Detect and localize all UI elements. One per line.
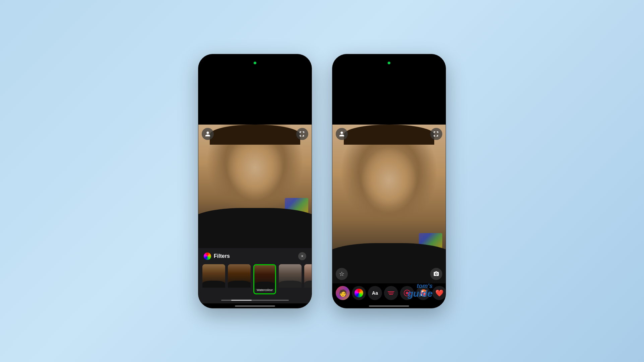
love-icon: ❤️ bbox=[435, 289, 444, 297]
video-area-right: ☆ bbox=[332, 125, 446, 283]
scroll-indicator-left bbox=[221, 300, 289, 301]
filter-thumb-img-1 bbox=[202, 264, 225, 288]
home-indicator-right bbox=[332, 303, 446, 308]
filter-thumb-img-3 bbox=[254, 265, 275, 289]
phones-container: Filters × bbox=[198, 54, 446, 308]
camera-switch-button-right[interactable] bbox=[430, 268, 442, 280]
clothing-right bbox=[332, 243, 446, 283]
minimize-button-right[interactable] bbox=[430, 128, 442, 140]
effects-button[interactable] bbox=[352, 286, 366, 300]
minimize-icon-left bbox=[299, 131, 305, 137]
filter-thumb-5[interactable] bbox=[304, 264, 312, 294]
color-wheel-icon bbox=[355, 289, 363, 297]
bitmoji-button[interactable]: 🧑 bbox=[336, 286, 350, 300]
person-button-left[interactable] bbox=[202, 128, 214, 140]
filter-thumb-label-5 bbox=[304, 288, 312, 294]
top-black-area-left bbox=[198, 54, 312, 125]
star-icon-right: ☆ bbox=[339, 270, 344, 278]
face-background-left bbox=[198, 125, 312, 248]
filter-thumb-img-5 bbox=[304, 264, 312, 288]
filters-title: Filters bbox=[214, 253, 298, 259]
filter-thumb-watercolour[interactable]: Watercolour bbox=[253, 264, 276, 294]
toms-guide-line2: guide bbox=[407, 289, 433, 298]
star-button-right[interactable]: ☆ bbox=[336, 268, 348, 280]
filter-thumb-img-2 bbox=[228, 264, 251, 288]
phone-right: ☆ 🧑 Aa bbox=[332, 54, 446, 308]
squiggle-icon bbox=[388, 291, 394, 295]
person-icon-right bbox=[339, 131, 345, 137]
filter-thumb-label-1 bbox=[202, 288, 225, 294]
filters-logo-icon bbox=[204, 252, 211, 260]
camera-icon-right bbox=[433, 271, 439, 277]
home-bar-right bbox=[369, 305, 409, 307]
filter-thumb-label-2 bbox=[228, 288, 251, 294]
filter-thumb-2[interactable] bbox=[228, 264, 251, 294]
face-background-right bbox=[332, 125, 446, 283]
clothing-left bbox=[198, 208, 312, 248]
minimize-icon-right bbox=[433, 131, 439, 137]
text-button[interactable]: Aa bbox=[368, 286, 382, 300]
camera-dot-right bbox=[388, 62, 390, 64]
love-button[interactable]: ❤️ bbox=[432, 286, 446, 300]
filter-thumb-1[interactable] bbox=[202, 264, 225, 294]
filters-panel: Filters × bbox=[198, 248, 312, 303]
filter-thumb-label-watercolour: Watercolour bbox=[254, 287, 275, 293]
home-indicator-left bbox=[198, 303, 312, 308]
filters-strip: Watercolour bbox=[198, 263, 312, 300]
person-icon-left bbox=[205, 131, 211, 137]
filter-thumb-label-4 bbox=[279, 288, 302, 294]
filter-thumb-img-4 bbox=[279, 264, 302, 288]
toms-guide-watermark: tom's guide bbox=[407, 283, 433, 298]
home-bar-left bbox=[235, 305, 275, 307]
hair-left bbox=[210, 125, 300, 145]
person-button-right[interactable] bbox=[336, 128, 348, 140]
text-label: Aa bbox=[372, 290, 378, 296]
video-area-left bbox=[198, 125, 312, 248]
filters-close-button[interactable]: × bbox=[298, 252, 306, 260]
draw-button[interactable] bbox=[384, 286, 398, 300]
hair-right bbox=[344, 125, 434, 145]
toms-guide-line1: tom's bbox=[407, 283, 433, 289]
minimize-button-left[interactable] bbox=[296, 128, 308, 140]
filters-header: Filters × bbox=[198, 248, 312, 263]
top-black-area-right bbox=[332, 54, 446, 125]
filter-thumb-4[interactable] bbox=[279, 264, 302, 294]
phone-left: Filters × bbox=[198, 54, 312, 308]
camera-dot-left bbox=[254, 62, 256, 64]
